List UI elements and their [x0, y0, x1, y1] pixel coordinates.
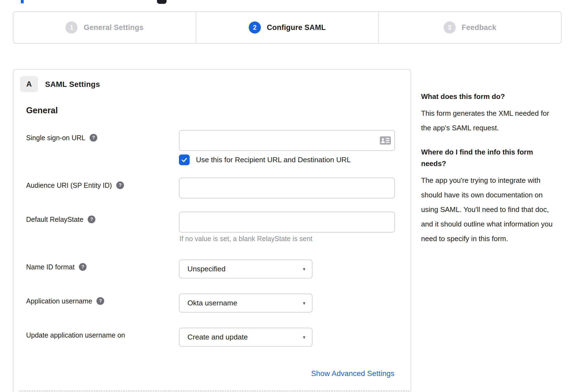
name-id-format-label: Name ID format ? [26, 262, 87, 272]
relay-state-help-icon[interactable]: ? [88, 216, 95, 223]
name-id-format-value: Unspecified [187, 265, 225, 273]
step-feedback[interactable]: 3 Feedback [378, 12, 561, 43]
relay-state-label-text: Default RelayState [26, 216, 83, 223]
chevron-down-icon: ▾ [303, 300, 305, 306]
name-id-format-label-text: Name ID format [26, 263, 74, 271]
advanced-section-divider [19, 391, 410, 391]
configure-saml-page: 1 General Settings 2 Configure SAML 3 Fe… [0, 0, 575, 392]
audience-uri-label-text: Audience URI (SP Entity ID) [26, 181, 112, 189]
contact-card-icon[interactable] [380, 136, 391, 145]
app-username-value: Okta username [187, 299, 237, 307]
name-id-format-help-icon[interactable]: ? [79, 263, 87, 271]
relay-state-label: Default RelayState ? [26, 215, 95, 224]
step-1-circle: 1 [65, 21, 78, 34]
help-panel: What does this form do? This form genera… [421, 91, 559, 257]
section-title: SAML Settings [45, 80, 100, 89]
app-username-help-icon[interactable]: ? [96, 297, 104, 305]
help-question-1: What does this form do? [421, 91, 559, 102]
update-app-username-select[interactable]: Create and update ▾ [179, 328, 313, 347]
help-answer-2: The app you're trying to integrate with … [421, 173, 559, 246]
update-app-username-value: Create and update [187, 333, 248, 341]
help-question-2: Where do I find the info this form needs… [421, 146, 559, 169]
audience-uri-help-icon[interactable]: ? [116, 181, 124, 189]
sso-url-input[interactable] [179, 130, 395, 151]
relay-state-hint: If no value is set, a blank RelayState i… [179, 235, 313, 243]
recipient-url-checkbox-label[interactable]: Use this for Recipient URL and Destinati… [196, 156, 351, 164]
help-answer-1: This form generates the XML needed for t… [421, 106, 559, 135]
show-advanced-settings-link[interactable]: Show Advanced Settings [306, 369, 394, 378]
step-2-label: Configure SAML [267, 23, 326, 32]
step-1-label: General Settings [84, 23, 143, 32]
general-group-heading: General [26, 106, 58, 115]
step-3-label: Feedback [462, 23, 496, 32]
audience-uri-label: Audience URI (SP Entity ID) ? [26, 181, 124, 190]
check-icon [181, 156, 188, 163]
update-app-username-label-text: Update application username on [26, 331, 125, 339]
section-a-badge: A [20, 76, 38, 92]
step-3-circle: 3 [444, 21, 456, 34]
app-username-select[interactable]: Okta username ▾ [179, 294, 313, 313]
update-app-username-label: Update application username on [26, 330, 125, 340]
cropped-blue-logo-fragment [21, 0, 24, 3]
wizard-stepper: 1 General Settings 2 Configure SAML 3 Fe… [13, 11, 562, 44]
cropped-app-icon-fragment [157, 0, 167, 4]
sso-url-label-text: Single sign-on URL [26, 134, 85, 142]
chevron-down-icon: ▾ [303, 266, 305, 272]
chevron-down-icon: ▾ [303, 334, 305, 340]
recipient-url-checkbox[interactable] [179, 154, 190, 165]
sso-url-label: Single sign-on URL ? [26, 133, 97, 142]
relay-state-input[interactable] [179, 212, 395, 233]
audience-uri-input[interactable] [179, 178, 395, 198]
step-general-settings[interactable]: 1 General Settings [13, 12, 196, 43]
app-username-label: Application username ? [26, 296, 104, 306]
sso-url-help-icon[interactable]: ? [90, 134, 97, 142]
app-username-label-text: Application username [26, 297, 92, 305]
step-configure-saml[interactable]: 2 Configure SAML [196, 12, 378, 43]
step-2-circle: 2 [249, 21, 261, 34]
name-id-format-select[interactable]: Unspecified ▾ [179, 260, 313, 278]
